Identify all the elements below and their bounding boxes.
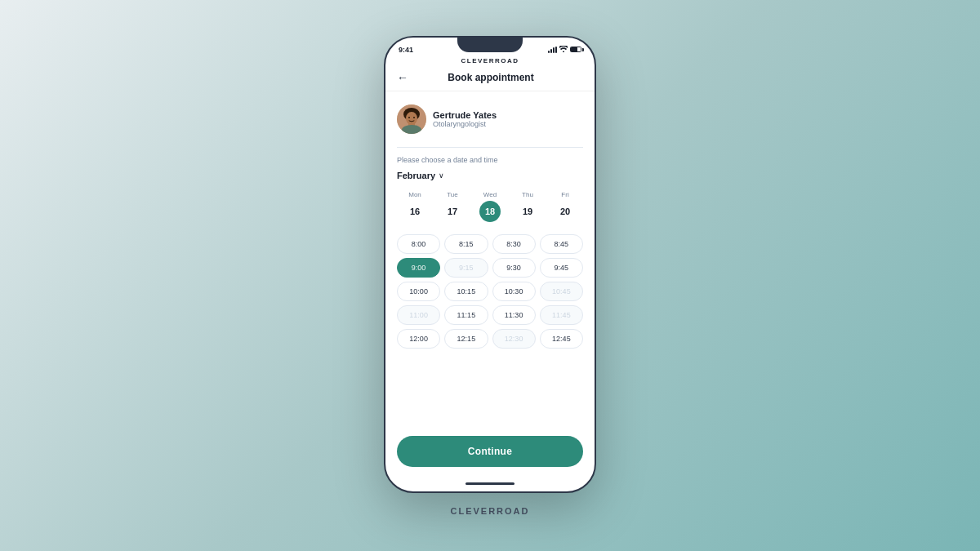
day-number-20[interactable]: 20 [555,201,576,222]
page-wrapper: 9:41 CLEVERROAD [384,36,596,516]
time-slot-1015[interactable]: 10:15 [444,282,488,301]
day-number-16[interactable]: 16 [404,201,425,222]
time-slot-1000[interactable]: 10:00 [397,282,440,301]
day-cell-fri[interactable]: Fri 20 [547,189,583,224]
calendar-days: Mon 16 Tue 17 Wed 18 Thu 19 Fri 20 [397,189,583,224]
month-label: February [397,171,435,180]
wifi-icon [559,46,568,54]
status-right [548,46,581,54]
time-slot-800[interactable]: 8:00 [397,234,440,254]
doctor-name: Gertrude Yates [433,110,497,120]
time-slot-1130[interactable]: 11:30 [492,305,536,325]
phone-notch [457,38,523,52]
doctor-info: Gertrude Yates Otolaryngologist [433,110,497,128]
time-slot-1245[interactable]: 12:45 [540,329,583,349]
app-header: ← Book appointment [385,66,595,91]
day-cell-wed[interactable]: Wed 18 [472,189,508,224]
continue-button[interactable]: Continue [397,436,583,467]
doctor-avatar [397,104,426,134]
svg-point-2 [406,112,417,125]
continue-area: Continue [385,429,595,477]
day-name-thu: Thu [522,191,533,198]
day-cell-tue[interactable]: Tue 17 [434,189,470,224]
month-selector[interactable]: February ∨ [397,171,583,180]
brand-label: CLEVERROAD [450,506,529,516]
home-indicator [385,477,595,491]
doctor-card: Gertrude Yates Otolaryngologist [397,100,583,139]
time-slot-1200[interactable]: 12:00 [397,329,440,349]
signal-bars-icon [548,47,557,53]
day-cell-thu[interactable]: Thu 19 [510,189,546,224]
battery-icon [570,47,581,52]
home-bar [466,482,514,485]
time-slot-900[interactable]: 9:00 [397,258,440,278]
time-slot-845[interactable]: 8:45 [540,234,583,254]
day-name-mon: Mon [408,191,421,198]
chevron-down-icon: ∨ [439,171,444,180]
divider [397,147,583,148]
status-time: 9:41 [399,46,413,54]
time-slot-830[interactable]: 8:30 [492,234,536,254]
app-name-bar: CLEVERROAD [385,57,595,66]
time-slot-1100: 11:00 [397,305,440,325]
time-slot-1030[interactable]: 10:30 [492,282,536,301]
time-slot-815[interactable]: 8:15 [444,234,488,254]
day-name-fri: Fri [561,191,568,198]
page-title: Book appointment [415,72,567,83]
day-number-18[interactable]: 18 [479,201,501,222]
day-number-17[interactable]: 17 [442,201,463,222]
svg-point-6 [413,117,415,118]
doctor-specialty: Otolaryngologist [433,120,497,128]
time-slot-1230: 12:30 [492,329,536,349]
time-slot-1115[interactable]: 11:15 [444,305,488,325]
svg-point-5 [408,117,410,118]
day-cell-mon[interactable]: Mon 16 [397,189,433,224]
time-slot-930[interactable]: 9:30 [492,258,536,278]
phone-frame: 9:41 CLEVERROAD [384,36,596,493]
phone-content: Gertrude Yates Otolaryngologist Please c… [385,91,595,429]
time-slot-945[interactable]: 9:45 [540,258,583,278]
time-slot-1215[interactable]: 12:15 [444,329,488,349]
date-time-prompt: Please choose a date and time [397,156,583,164]
day-number-19[interactable]: 19 [517,201,538,222]
time-slot-1045: 10:45 [540,282,583,301]
time-slot-1145: 11:45 [540,305,583,325]
day-name-wed: Wed [483,191,497,198]
time-slots-grid: 8:008:158:308:459:009:159:309:4510:0010:… [397,234,583,349]
back-button[interactable]: ← [397,71,408,84]
time-slot-915: 9:15 [444,258,488,278]
day-name-tue: Tue [447,191,458,198]
